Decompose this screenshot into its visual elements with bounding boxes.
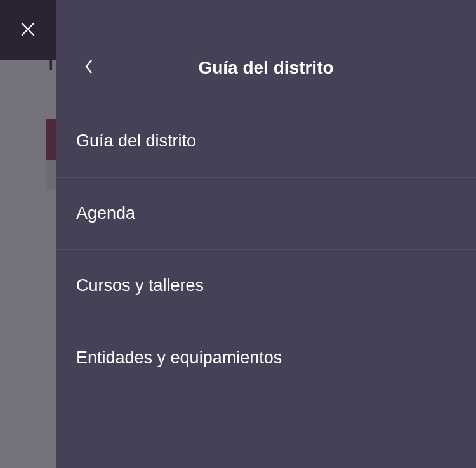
menu-item-cursos[interactable]: Cursos y talleres: [56, 250, 476, 322]
menu-item-agenda[interactable]: Agenda: [56, 178, 476, 250]
menu-item-entidades[interactable]: Entidades y equipamientos: [56, 322, 476, 394]
close-button[interactable]: [0, 0, 56, 60]
menu-item-label: Entidades y equipamientos: [76, 348, 282, 368]
menu-item-label: Guía del distrito: [76, 131, 196, 151]
close-icon: [20, 21, 36, 40]
menu-item-label: Cursos y talleres: [76, 276, 204, 296]
menu-item-label: Agenda: [76, 204, 135, 223]
menu-item-guia[interactable]: Guía del distrito: [56, 105, 476, 178]
panel-header: Guía del distrito: [56, 0, 476, 105]
side-panel: Guía del distrito Guía del distrito Agen…: [56, 0, 476, 468]
panel-title: Guía del distrito: [76, 58, 456, 78]
